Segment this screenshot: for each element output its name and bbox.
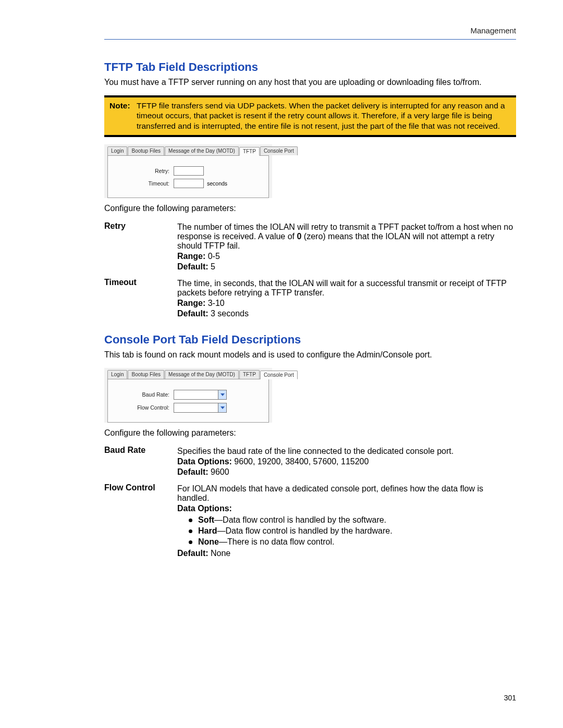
- retry-default-label: Default:: [177, 262, 209, 271]
- retry-input[interactable]: [174, 166, 204, 176]
- baud-row: Baud Rate:: [114, 390, 262, 400]
- flow-select[interactable]: [174, 403, 227, 413]
- tab-console-port[interactable]: Console Port: [260, 146, 298, 155]
- console-heading: Console Port Tab Field Descriptions: [104, 333, 516, 347]
- timeout-range-value: 3-10: [208, 299, 225, 307]
- retry-label: Retry:: [114, 168, 174, 174]
- tab-motd[interactable]: Message of the Day (MOTD): [165, 146, 239, 155]
- param-timeout-name: Timeout: [104, 278, 177, 319]
- timeout-input[interactable]: [174, 179, 204, 188]
- chevron-down-icon: [218, 390, 226, 399]
- baud-options-value: 9600, 19200, 38400, 57600, 115200: [234, 457, 369, 466]
- bullet-soft: Soft—Data flow control is handled by the…: [189, 515, 516, 525]
- retry-row: Retry:: [114, 166, 262, 176]
- param-flow-body: For IOLAN models that have a dedicated c…: [177, 483, 516, 559]
- baud-label: Baud Rate:: [114, 391, 174, 398]
- console-config-line: Configure the following parameters:: [104, 428, 516, 439]
- tab-login[interactable]: Login: [107, 146, 127, 155]
- timeout-default-value: 3 seconds: [211, 309, 249, 318]
- console-tabs: Login Bootup Files Message of the Day (M…: [104, 368, 272, 379]
- baud-desc: Specifies the baud rate of the line conn…: [177, 447, 516, 456]
- flow-row: Flow Control:: [114, 403, 262, 413]
- param-baud-body: Specifies the baud rate of the line conn…: [177, 446, 516, 478]
- timeout-desc: The time, in seconds, that the IOLAN wil…: [177, 279, 516, 298]
- note-box: Note: TFTP file transfers send via UDP p…: [104, 95, 516, 137]
- timeout-range-label: Range:: [177, 299, 205, 307]
- timeout-default-label: Default:: [177, 309, 209, 318]
- bullet-soft-desc: —Data flow control is handled by the sof…: [214, 515, 386, 524]
- timeout-label: Timeout:: [114, 180, 174, 187]
- flow-bullets: Soft—Data flow control is handled by the…: [177, 515, 516, 547]
- baud-options-label: Data Options:: [177, 457, 232, 466]
- param-timeout-body: The time, in seconds, that the IOLAN wil…: [177, 278, 516, 319]
- baud-select[interactable]: [174, 390, 227, 400]
- bullet-hard: Hard—Data flow control is handled by the…: [189, 526, 516, 536]
- header-rule: [104, 39, 516, 40]
- console-panel: Login Bootup Files Message of the Day (M…: [104, 368, 272, 423]
- bullet-soft-term: Soft: [198, 515, 214, 524]
- tftp-intro: You must have a TFTP server running on a…: [104, 77, 516, 88]
- param-timeout: Timeout The time, in seconds, that the I…: [104, 278, 516, 319]
- param-retry-name: Retry: [104, 221, 177, 273]
- flow-options-label: Data Options:: [177, 504, 232, 513]
- timeout-suffix: seconds: [207, 180, 227, 187]
- param-flow: Flow Control For IOLAN models that have …: [104, 483, 516, 559]
- chevron-down-icon: [218, 403, 226, 412]
- running-header: Management: [104, 26, 516, 35]
- flow-default-value: None: [211, 549, 230, 558]
- baud-default-value: 9600: [211, 467, 229, 476]
- tftp-panel: Login Bootup Files Message of the Day (M…: [104, 144, 272, 198]
- ctab-tftp[interactable]: TFTP: [239, 370, 260, 379]
- param-baud-name: Baud Rate: [104, 446, 177, 478]
- baud-default-label: Default:: [177, 467, 209, 476]
- console-intro: This tab is found on rack mount models a…: [104, 350, 516, 361]
- page-number: 301: [504, 694, 516, 702]
- tftp-tabs: Login Bootup Files Message of the Day (M…: [104, 144, 272, 155]
- tftp-heading: TFTP Tab Field Descriptions: [104, 60, 516, 74]
- param-retry-body: The number of times the IOLAN will retry…: [177, 221, 516, 273]
- bullet-hard-term: Hard: [198, 526, 217, 535]
- note-text: TFTP file transfers send via UDP packets…: [137, 101, 511, 131]
- timeout-row: Timeout: seconds: [114, 179, 262, 188]
- note-label: Note:: [109, 101, 137, 131]
- retry-default-value: 5: [211, 262, 215, 271]
- tftp-tab-body: Retry: Timeout: seconds: [107, 155, 269, 198]
- tftp-config-line: Configure the following parameters:: [104, 203, 516, 214]
- ctab-bootup-files[interactable]: Bootup Files: [128, 370, 164, 379]
- bullet-none-term: None: [198, 537, 219, 546]
- bullet-none-desc: —There is no data flow control.: [219, 537, 334, 546]
- ctab-login[interactable]: Login: [107, 370, 127, 379]
- flow-label: Flow Control:: [114, 404, 174, 411]
- param-baud: Baud Rate Specifies the baud rate of the…: [104, 446, 516, 478]
- ctab-console-port[interactable]: Console Port: [260, 371, 298, 379]
- flow-default-label: Default:: [177, 549, 209, 558]
- console-tab-body: Baud Rate: Flow Control:: [107, 379, 269, 423]
- retry-range-value: 0-5: [208, 252, 220, 261]
- param-flow-name: Flow Control: [104, 483, 177, 559]
- flow-desc: For IOLAN models that have a dedicated c…: [177, 484, 516, 503]
- retry-range-label: Range:: [177, 252, 205, 261]
- param-retry: Retry The number of times the IOLAN will…: [104, 221, 516, 273]
- page: Management TFTP Tab Field Descriptions Y…: [0, 0, 563, 728]
- bullet-none: None—There is no data flow control.: [189, 537, 516, 547]
- tab-tftp[interactable]: TFTP: [239, 147, 260, 156]
- ctab-motd[interactable]: Message of the Day (MOTD): [165, 370, 239, 379]
- tab-bootup-files[interactable]: Bootup Files: [128, 146, 164, 155]
- bullet-hard-desc: —Data flow control is handled by the har…: [217, 526, 392, 535]
